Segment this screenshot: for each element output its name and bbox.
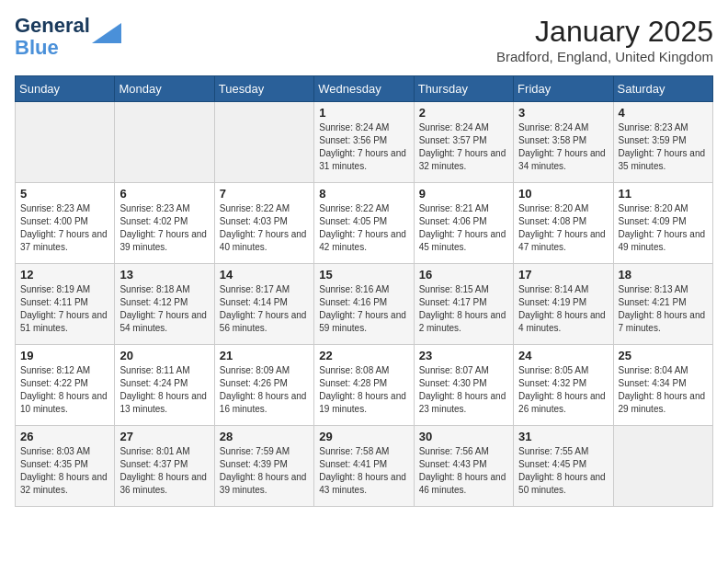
table-row: 5Sunrise: 8:23 AMSunset: 4:00 PMDaylight… <box>16 183 115 264</box>
logo: GeneralBlue <box>15 15 121 59</box>
cell-content: Sunrise: 8:08 AMSunset: 4:28 PMDaylight:… <box>319 364 408 416</box>
cell-content: Sunrise: 8:15 AMSunset: 4:17 PMDaylight:… <box>419 283 508 335</box>
cell-content: Sunrise: 8:13 AMSunset: 4:21 PMDaylight:… <box>619 283 708 335</box>
table-row: 29Sunrise: 7:58 AMSunset: 4:41 PMDayligh… <box>314 426 414 507</box>
day-number: 16 <box>419 268 508 282</box>
cell-content: Sunrise: 8:22 AMSunset: 4:05 PMDaylight:… <box>319 202 408 254</box>
cell-content: Sunrise: 7:59 AMSunset: 4:39 PMDaylight:… <box>220 445 309 497</box>
cell-content: Sunrise: 8:21 AMSunset: 4:06 PMDaylight:… <box>419 202 508 254</box>
day-number: 31 <box>518 430 608 443</box>
day-number: 20 <box>119 349 209 362</box>
table-row: 18Sunrise: 8:13 AMSunset: 4:21 PMDayligh… <box>613 264 712 345</box>
table-row: 23Sunrise: 8:07 AMSunset: 4:30 PMDayligh… <box>414 345 513 426</box>
header-sunday: Sunday <box>16 76 115 102</box>
day-number: 25 <box>619 349 708 362</box>
cell-content: Sunrise: 8:17 AMSunset: 4:14 PMDaylight:… <box>220 283 309 335</box>
cell-content: Sunrise: 7:58 AMSunset: 4:41 PMDaylight:… <box>319 445 408 497</box>
cell-content: Sunrise: 8:23 AMSunset: 3:59 PMDaylight:… <box>619 121 708 173</box>
table-row: 25Sunrise: 8:04 AMSunset: 4:34 PMDayligh… <box>613 345 712 426</box>
cell-content: Sunrise: 8:05 AMSunset: 4:32 PMDaylight:… <box>518 364 608 416</box>
page-header: GeneralBlue January 2025 Bradford, Engla… <box>15 15 713 64</box>
cell-content: Sunrise: 8:16 AMSunset: 4:16 PMDaylight:… <box>319 283 408 335</box>
cell-content: Sunrise: 8:24 AMSunset: 3:58 PMDaylight:… <box>518 121 608 173</box>
table-row <box>214 102 313 183</box>
location: Bradford, England, United Kingdom <box>496 49 713 64</box>
cell-content: Sunrise: 8:12 AMSunset: 4:22 PMDaylight:… <box>20 364 109 416</box>
day-number: 6 <box>119 187 209 201</box>
day-number: 12 <box>20 268 109 282</box>
table-row: 3Sunrise: 8:24 AMSunset: 3:58 PMDaylight… <box>514 102 613 183</box>
day-number: 9 <box>419 187 508 201</box>
calendar-table: Sunday Monday Tuesday Wednesday Thursday… <box>15 75 713 507</box>
cell-content: Sunrise: 7:56 AMSunset: 4:43 PMDaylight:… <box>419 445 508 497</box>
day-number: 14 <box>220 268 309 282</box>
cell-content: Sunrise: 8:24 AMSunset: 3:56 PMDaylight:… <box>319 121 408 173</box>
table-row: 11Sunrise: 8:20 AMSunset: 4:09 PMDayligh… <box>613 183 712 264</box>
cell-content: Sunrise: 8:07 AMSunset: 4:30 PMDaylight:… <box>419 364 508 416</box>
day-number: 28 <box>220 430 309 443</box>
table-row <box>613 426 712 507</box>
title-block: January 2025 Bradford, England, United K… <box>496 15 713 64</box>
table-row: 30Sunrise: 7:56 AMSunset: 4:43 PMDayligh… <box>414 426 513 507</box>
table-row: 16Sunrise: 8:15 AMSunset: 4:17 PMDayligh… <box>414 264 513 345</box>
table-row: 27Sunrise: 8:01 AMSunset: 4:37 PMDayligh… <box>115 426 214 507</box>
day-number: 8 <box>319 187 408 201</box>
header-tuesday: Tuesday <box>214 76 313 102</box>
month-title: January 2025 <box>496 15 713 49</box>
table-row: 6Sunrise: 8:23 AMSunset: 4:02 PMDaylight… <box>115 183 214 264</box>
header-friday: Friday <box>514 76 613 102</box>
cell-content: Sunrise: 8:04 AMSunset: 4:34 PMDaylight:… <box>619 364 708 416</box>
day-number: 10 <box>518 187 608 201</box>
table-row: 12Sunrise: 8:19 AMSunset: 4:11 PMDayligh… <box>16 264 115 345</box>
table-row: 21Sunrise: 8:09 AMSunset: 4:26 PMDayligh… <box>214 345 313 426</box>
logo-blue: Blue <box>15 36 59 59</box>
day-number: 11 <box>619 187 708 201</box>
table-row: 7Sunrise: 8:22 AMSunset: 4:03 PMDaylight… <box>214 183 313 264</box>
day-number: 26 <box>20 430 109 443</box>
day-number: 7 <box>220 187 309 201</box>
day-number: 1 <box>319 106 408 120</box>
table-row: 31Sunrise: 7:55 AMSunset: 4:45 PMDayligh… <box>514 426 613 507</box>
calendar-header: Sunday Monday Tuesday Wednesday Thursday… <box>16 76 713 102</box>
table-row <box>115 102 214 183</box>
table-row: 4Sunrise: 8:23 AMSunset: 3:59 PMDaylight… <box>613 102 712 183</box>
day-number: 2 <box>419 106 508 120</box>
cell-content: Sunrise: 8:11 AMSunset: 4:24 PMDaylight:… <box>119 364 209 416</box>
table-row: 10Sunrise: 8:20 AMSunset: 4:08 PMDayligh… <box>514 183 613 264</box>
day-number: 23 <box>419 349 508 362</box>
cell-content: Sunrise: 8:01 AMSunset: 4:37 PMDaylight:… <box>119 445 209 497</box>
cell-content: Sunrise: 8:03 AMSunset: 4:35 PMDaylight:… <box>20 445 109 497</box>
table-row <box>16 102 115 183</box>
cell-content: Sunrise: 8:19 AMSunset: 4:11 PMDaylight:… <box>20 283 109 335</box>
table-row: 24Sunrise: 8:05 AMSunset: 4:32 PMDayligh… <box>514 345 613 426</box>
table-row: 2Sunrise: 8:24 AMSunset: 3:57 PMDaylight… <box>414 102 513 183</box>
day-number: 27 <box>119 430 209 443</box>
table-row: 15Sunrise: 8:16 AMSunset: 4:16 PMDayligh… <box>314 264 414 345</box>
cell-content: Sunrise: 8:20 AMSunset: 4:09 PMDaylight:… <box>619 202 708 254</box>
cell-content: Sunrise: 8:20 AMSunset: 4:08 PMDaylight:… <box>518 202 608 254</box>
table-row: 1Sunrise: 8:24 AMSunset: 3:56 PMDaylight… <box>314 102 414 183</box>
day-number: 4 <box>619 106 708 120</box>
table-row: 22Sunrise: 8:08 AMSunset: 4:28 PMDayligh… <box>314 345 414 426</box>
logo-text: GeneralBlue <box>15 15 90 59</box>
calendar-body: 1Sunrise: 8:24 AMSunset: 3:56 PMDaylight… <box>16 102 713 507</box>
day-number: 3 <box>518 106 608 120</box>
header-saturday: Saturday <box>613 76 712 102</box>
day-number: 15 <box>319 268 408 282</box>
table-row: 20Sunrise: 8:11 AMSunset: 4:24 PMDayligh… <box>115 345 214 426</box>
day-number: 22 <box>319 349 408 362</box>
table-row: 9Sunrise: 8:21 AMSunset: 4:06 PMDaylight… <box>414 183 513 264</box>
table-row: 19Sunrise: 8:12 AMSunset: 4:22 PMDayligh… <box>16 345 115 426</box>
cell-content: Sunrise: 8:23 AMSunset: 4:00 PMDaylight:… <box>20 202 109 254</box>
day-number: 21 <box>220 349 309 362</box>
table-row: 28Sunrise: 7:59 AMSunset: 4:39 PMDayligh… <box>214 426 313 507</box>
table-row: 8Sunrise: 8:22 AMSunset: 4:05 PMDaylight… <box>314 183 414 264</box>
table-row: 14Sunrise: 8:17 AMSunset: 4:14 PMDayligh… <box>214 264 313 345</box>
header-monday: Monday <box>115 76 214 102</box>
day-number: 29 <box>319 430 408 443</box>
day-number: 5 <box>20 187 109 201</box>
svg-marker-0 <box>92 23 121 43</box>
cell-content: Sunrise: 8:24 AMSunset: 3:57 PMDaylight:… <box>419 121 508 173</box>
table-row: 17Sunrise: 8:14 AMSunset: 4:19 PMDayligh… <box>514 264 613 345</box>
cell-content: Sunrise: 7:55 AMSunset: 4:45 PMDaylight:… <box>518 445 608 497</box>
